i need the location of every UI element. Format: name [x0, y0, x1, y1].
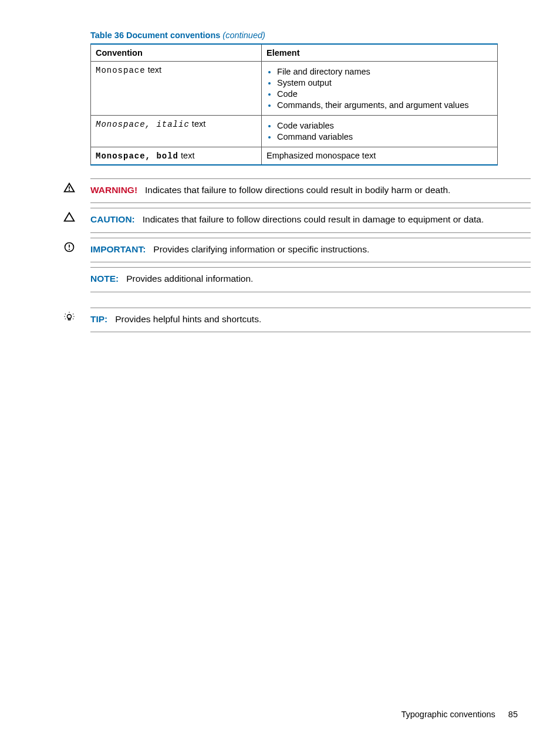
list-item: Code: [277, 89, 492, 99]
col-element: Element: [262, 44, 498, 62]
warning-text: Indicates that failure to follow directi…: [145, 185, 450, 195]
note-label: NOTE:: [90, 274, 119, 283]
list-item: System output: [277, 78, 492, 87]
admonition-tip: TIP: Provides helpful hints and shortcut…: [63, 308, 531, 332]
cell-convention: Monospace, bold text: [91, 147, 262, 166]
cell-convention: Monospace text: [91, 62, 262, 116]
table-row: Monospace, italic text Code variables Co…: [91, 116, 498, 147]
important-icon: [63, 238, 90, 253]
table-row: Monospace text File and directory names …: [91, 62, 498, 116]
mono-italic-text: Monospace, italic: [96, 120, 190, 129]
list-item: Commands, their arguments, and argument …: [277, 100, 492, 110]
admonition-warning: WARNING! Indicates that failure to follo…: [63, 178, 531, 203]
svg-point-5: [68, 315, 72, 319]
admonition-caution: CAUTION: Indicates that failure to follo…: [63, 208, 531, 232]
col-convention: Convention: [91, 44, 262, 62]
admonition-important: IMPORTANT: Provides clarifying informati…: [63, 238, 531, 262]
warning-label: WARNING!: [90, 185, 137, 195]
caution-icon: [63, 208, 90, 223]
page-footer: Typographic conventions 85: [401, 710, 518, 719]
admonition-note: NOTE: Provides additional information.: [63, 267, 531, 292]
svg-point-11: [73, 318, 74, 319]
list-item: Code variables: [277, 121, 492, 130]
cell-convention: Monospace, italic text: [91, 116, 262, 147]
table-header-row: Convention Element: [91, 44, 498, 62]
important-label: IMPORTANT:: [90, 244, 146, 254]
footer-section: Typographic conventions: [401, 710, 495, 719]
mono-bold-text: Monospace, bold: [96, 151, 178, 161]
cell-element: Emphasized monospace text: [262, 147, 498, 166]
cell-element: File and directory names System output C…: [262, 62, 498, 116]
svg-point-9: [73, 316, 74, 317]
table-row: Monospace, bold text Emphasized monospac…: [91, 147, 498, 166]
tip-text: Provides helpful hints and shortcuts.: [115, 314, 261, 324]
svg-point-1: [69, 190, 70, 191]
list-item: Command variables: [277, 132, 492, 141]
mono-text: Monospace: [96, 66, 146, 75]
svg-point-12: [69, 312, 70, 313]
caution-text: Indicates that failure to follow directi…: [143, 214, 484, 224]
cell-element: Code variables Command variables: [262, 116, 498, 147]
important-text: Provides clarifying information or speci…: [153, 244, 369, 254]
table-caption: Table 36 Document conventions (continued…: [90, 31, 531, 40]
list-item: File and directory names: [277, 67, 492, 76]
tip-label: TIP:: [90, 314, 107, 324]
bullet-list: File and directory names System output C…: [266, 67, 492, 110]
tip-icon: [63, 308, 90, 323]
svg-point-6: [65, 313, 66, 315]
caption-continued: (continued): [222, 31, 265, 40]
caution-label: CAUTION:: [90, 214, 135, 224]
bullet-list: Code variables Command variables: [266, 121, 492, 141]
footer-page-number: 85: [508, 710, 518, 719]
svg-point-4: [69, 249, 70, 250]
svg-point-8: [64, 316, 65, 317]
caption-title: Table 36 Document conventions: [90, 31, 220, 40]
warning-icon: [63, 178, 90, 194]
conventions-table: Convention Element Monospace text File a…: [90, 43, 498, 166]
note-text: Provides additional information.: [126, 274, 253, 283]
svg-point-7: [73, 313, 74, 315]
svg-point-10: [65, 318, 66, 319]
note-icon: [63, 267, 90, 271]
